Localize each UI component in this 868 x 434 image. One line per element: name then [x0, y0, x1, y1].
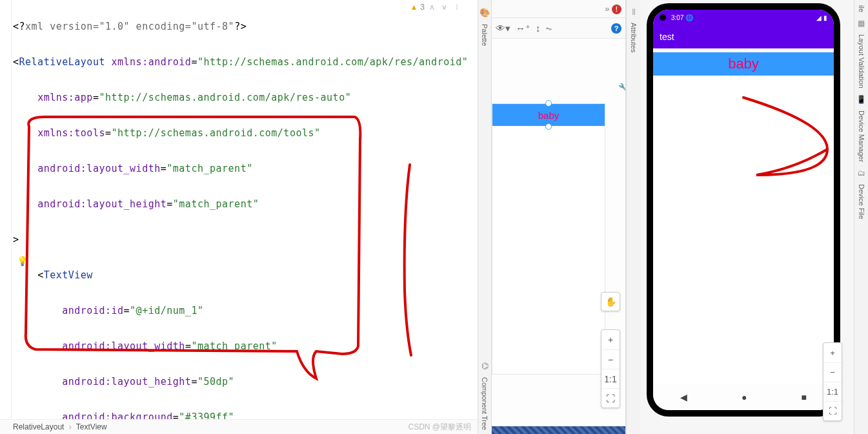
- right-tab-layout-validation[interactable]: Layout Validation: [858, 33, 865, 90]
- magnet-off-icon[interactable]: ⏦: [546, 23, 552, 34]
- emu-zoom-1-1-button[interactable]: 1:1: [823, 382, 842, 401]
- xml-decl-tag: xml: [25, 21, 44, 32]
- status-bar: 3:07 🌐 ◢ ▮: [653, 10, 834, 25]
- pan-left-right-icon[interactable]: ↔⁺: [516, 23, 530, 34]
- tv-id-val: "@+id/num_1": [130, 305, 203, 316]
- inspection-badge[interactable]: ▲ 3 ∧ ∨ ⁝: [410, 3, 458, 12]
- phone-banner-text: baby: [728, 56, 759, 72]
- prev-highlight-icon[interactable]: ∧: [427, 3, 437, 12]
- device-manager-icon[interactable]: 📱: [856, 94, 866, 105]
- zoom-fit-button[interactable]: ⛶: [601, 388, 620, 408]
- layout-height-val: "match_parent": [173, 198, 259, 210]
- tv-lh-val: "50dp": [197, 376, 234, 388]
- xmlns-android-val: "http://schemas.android.com/apk/res/andr…: [197, 56, 468, 68]
- xmlns-tools-key: xmlns:tools: [37, 127, 105, 139]
- main-layout: ▲ 3 ∧ ∨ ⁝ <?xml version="1.0" encoding="…: [0, 0, 868, 434]
- app-bar: test: [653, 25, 834, 48]
- gutter: [0, 0, 12, 434]
- watermark-text: CSDN @望黎逐明: [408, 422, 471, 433]
- chevron-right-icon: ›: [66, 422, 74, 431]
- inspection-settings-icon[interactable]: ⁝: [452, 3, 458, 12]
- tv-lw-val: "match_parent": [191, 340, 277, 352]
- breadcrumb-child[interactable]: TextView: [76, 422, 107, 431]
- mini-banner[interactable]: baby: [492, 104, 605, 126]
- xml-decl-open: <?: [13, 21, 25, 32]
- xmlns-android-key: xmlns:android: [105, 56, 191, 68]
- emu-zoom-in-button[interactable]: +: [823, 343, 842, 362]
- breadcrumb-bar[interactable]: RelativeLayout › TextView CSDN @望黎逐明: [0, 419, 478, 434]
- phone-frame: 3:07 🌐 ◢ ▮ test baby ◀ ●: [647, 3, 840, 417]
- status-signal: ◢ ▮: [816, 14, 827, 21]
- selection-handle[interactable]: [545, 100, 552, 107]
- eq: =: [191, 56, 197, 68]
- tv-id-key: android:id: [62, 305, 123, 316]
- warning-count: 3: [420, 3, 425, 12]
- sliders-icon[interactable]: ⫴: [632, 5, 636, 19]
- xml-decl-attrs: version="1.0" encoding="utf-8": [44, 21, 234, 32]
- palette-tab[interactable]: Palette: [481, 20, 489, 50]
- palette-icon[interactable]: 🎨: [479, 5, 490, 20]
- code-editor-panel[interactable]: ▲ 3 ∧ ∨ ⁝ <?xml version="1.0" encoding="…: [0, 0, 478, 434]
- lt: <: [37, 269, 44, 281]
- xmlns-app-val: "http://schemas.android.com/apk/res-auto…: [99, 92, 351, 103]
- pan-tool-button[interactable]: ✋: [601, 292, 620, 311]
- nav-recent-button[interactable]: ■: [802, 392, 807, 402]
- emu-zoom-fit-button[interactable]: ⛶: [823, 401, 842, 420]
- design-view-toolbar: 👁▾ ↔⁺ ↕ ⏦ ?: [492, 18, 625, 39]
- layout-width-key: android:layout_width: [37, 163, 161, 174]
- nav-home-button[interactable]: ●: [742, 392, 747, 402]
- design-top-toolbar: » !: [492, 0, 625, 18]
- zoom-in-button[interactable]: +: [601, 330, 620, 349]
- help-icon[interactable]: ?: [611, 23, 621, 34]
- zoom-out-button[interactable]: −: [601, 349, 620, 369]
- xmlns-app-key: xmlns:app: [37, 92, 93, 103]
- layout-validation-icon[interactable]: ▦: [858, 17, 865, 29]
- phone-screen[interactable]: 3:07 🌐 ◢ ▮ test baby ◀ ●: [653, 10, 834, 410]
- component-tree-tab[interactable]: Component Tree: [481, 373, 489, 434]
- wrench-icon[interactable]: 🔧: [618, 83, 625, 93]
- attributes-tab[interactable]: Attributes: [630, 19, 638, 56]
- textview-tag: TextView: [44, 269, 93, 281]
- view-options-icon[interactable]: 👁▾: [496, 23, 510, 34]
- layout-width-val: "match_parent": [167, 163, 252, 174]
- error-badge-icon[interactable]: !: [612, 5, 621, 14]
- android-nav-bar: ◀ ● ■: [653, 384, 834, 410]
- emulator-zoom-controls: + − 1:1 ⛶: [823, 342, 842, 421]
- emulator-panel: 3:07 🌐 ◢ ▮ test baby ◀ ●: [640, 0, 854, 434]
- nav-back-button[interactable]: ◀: [680, 392, 687, 402]
- design-canvas[interactable]: 🔧 baby ✋ + − 1:1 ⛶: [492, 39, 625, 434]
- phone-body: baby: [653, 52, 834, 388]
- xml-decl-close: ?>: [234, 21, 247, 32]
- code-area[interactable]: <?xml version="1.0" encoding="utf-8"?> <…: [0, 0, 478, 434]
- right-tool-strip: ile ▦ Layout Validation 📱 Device Manager…: [854, 0, 868, 434]
- app-title: test: [660, 32, 674, 42]
- design-zoom-controls: + − 1:1 ⛶: [601, 329, 620, 408]
- design-preview-panel: » ! 👁▾ ↔⁺ ↕ ⏦ ? 🔧 baby ✋ +: [492, 0, 626, 434]
- mini-device-frame[interactable]: baby: [492, 103, 605, 375]
- device-file-icon[interactable]: 🗂: [858, 167, 865, 179]
- annotation-red-arrow: [731, 91, 834, 194]
- phone-banner[interactable]: baby: [653, 52, 834, 76]
- layout-height-key: android:layout_height: [37, 198, 167, 210]
- root-gt: >: [13, 234, 19, 245]
- intention-bulb-icon[interactable]: 💡: [17, 256, 28, 266]
- tv-lw-key: android:layout_width: [62, 340, 185, 352]
- selection-handle[interactable]: [545, 123, 552, 130]
- right-tab-ile[interactable]: ile: [858, 4, 865, 14]
- next-highlight-icon[interactable]: ∨: [439, 3, 449, 12]
- zoom-1-1-button[interactable]: 1:1: [601, 369, 620, 388]
- breadcrumb-root[interactable]: RelativeLayout: [13, 422, 64, 431]
- right-tab-device-file[interactable]: Device File: [858, 183, 865, 220]
- camera-hole-icon: [660, 14, 666, 21]
- blueprint-strip: [492, 426, 625, 434]
- root-tag: RelativeLayout: [19, 56, 105, 68]
- more-icon[interactable]: »: [605, 4, 609, 14]
- component-tree-icon[interactable]: ⌬: [481, 358, 489, 373]
- lt: <: [13, 56, 19, 68]
- emu-zoom-out-button[interactable]: −: [823, 362, 842, 382]
- hand-icon: ✋: [601, 293, 620, 311]
- right-tab-device-manager[interactable]: Device Manager: [858, 109, 865, 163]
- pan-up-down-icon[interactable]: ↕: [536, 23, 541, 34]
- xmlns-tools-val: "http://schemas.android.com/tools": [112, 127, 321, 139]
- mini-banner-text: baby: [538, 110, 560, 121]
